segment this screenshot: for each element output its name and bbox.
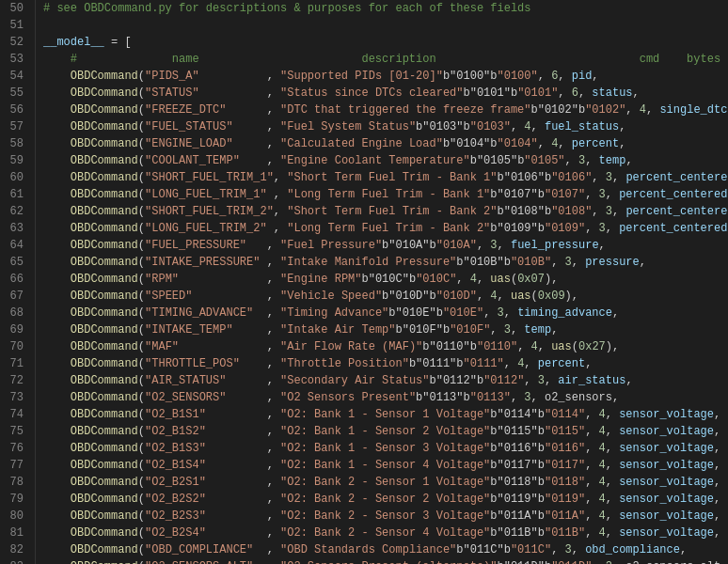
line-number: 58 [0, 135, 27, 152]
code-line: OBDCommand("RPM" , "Engine RPM"b"010C"b"… [43, 271, 728, 288]
code-line: OBDCommand("OBD_COMPLIANCE" , "OBD Stand… [43, 541, 728, 558]
code-line: OBDCommand("PIDS_A" , "Supported PIDs [0… [43, 68, 728, 85]
code-line [43, 17, 728, 34]
line-number: 69 [0, 321, 27, 338]
code-line: OBDCommand("O2_B1S2" , "O2: Bank 1 - Sen… [43, 423, 728, 440]
code-line: OBDCommand("O2_SENSORS_ALT" , "O2 Sensor… [43, 558, 728, 564]
code-line: OBDCommand("LONG_FUEL_TRIM_2" , "Long Te… [43, 220, 728, 237]
line-number: 83 [0, 558, 27, 564]
line-number: 76 [0, 440, 27, 457]
line-number: 79 [0, 491, 27, 508]
line-number: 57 [0, 118, 27, 135]
line-number: 73 [0, 389, 27, 406]
code-line: # name description cmd bytes decoder [43, 51, 728, 68]
line-number: 64 [0, 237, 27, 254]
code-line: OBDCommand("FUEL_STATUS" , "Fuel System … [43, 118, 728, 135]
code-line: OBDCommand("TIMING_ADVANCE" , "Timing Ad… [43, 305, 728, 321]
code-line: OBDCommand("SHORT_FUEL_TRIM_2", "Short T… [43, 203, 728, 220]
line-number: 77 [0, 457, 27, 474]
code-line: OBDCommand("SPEED" , "Vehicle Speed"b"01… [43, 288, 728, 305]
code-line: OBDCommand("O2_B2S4" , "O2: Bank 2 - Sen… [43, 525, 728, 541]
line-number: 56 [0, 102, 27, 118]
line-number: 81 [0, 525, 27, 541]
code-line: OBDCommand("COOLANT_TEMP" , "Engine Cool… [43, 152, 728, 169]
code-line: OBDCommand("INTAKE_TEMP" , "Intake Air T… [43, 321, 728, 338]
line-number: 75 [0, 423, 27, 440]
code-line: OBDCommand("STATUS" , "Status since DTCs… [43, 85, 728, 102]
line-number: 70 [0, 338, 27, 355]
code-line: OBDCommand("THROTTLE_POS" , "Throttle Po… [43, 355, 728, 372]
code-line: OBDCommand("O2_B2S1" , "O2: Bank 2 - Sen… [43, 474, 728, 491]
line-number: 80 [0, 508, 27, 525]
code-line: OBDCommand("O2_SENSORS" , "O2 Sensors Pr… [43, 389, 728, 406]
code-line: __model__ = [ [43, 34, 728, 51]
line-number: 50 [0, 0, 27, 17]
line-number: 59 [0, 152, 27, 169]
code-line: OBDCommand("SHORT_FUEL_TRIM_1", "Short T… [43, 169, 728, 186]
line-number: 65 [0, 254, 27, 271]
code-area[interactable]: # see OBDCommand.py for descriptions & p… [36, 0, 728, 564]
line-number-gutter: 5051525354555657585960616263646566676869… [0, 0, 36, 564]
line-number: 78 [0, 474, 27, 491]
code-line: OBDCommand("FUEL_PRESSURE" , "Fuel Press… [43, 237, 728, 254]
line-number: 55 [0, 85, 27, 102]
code-line: OBDCommand("INTAKE_PRESSURE" , "Intake M… [43, 254, 728, 271]
line-number: 63 [0, 220, 27, 237]
code-editor: 5051525354555657585960616263646566676869… [0, 0, 728, 564]
line-number: 51 [0, 17, 27, 34]
code-line: OBDCommand("O2_B1S4" , "O2: Bank 1 - Sen… [43, 457, 728, 474]
code-line: OBDCommand("AIR_STATUS" , "Secondary Air… [43, 372, 728, 389]
line-number: 54 [0, 68, 27, 85]
line-number: 62 [0, 203, 27, 220]
line-number: 53 [0, 51, 27, 68]
line-number: 66 [0, 271, 27, 288]
line-number: 60 [0, 169, 27, 186]
code-line: # see OBDCommand.py for descriptions & p… [43, 0, 728, 17]
code-line: OBDCommand("O2_B1S3" , "O2: Bank 1 - Sen… [43, 440, 728, 457]
line-number: 74 [0, 406, 27, 423]
code-line: OBDCommand("O2_B1S1" , "O2: Bank 1 - Sen… [43, 406, 728, 423]
line-number: 68 [0, 305, 27, 321]
code-line: OBDCommand("LONG_FUEL_TRIM_1" , "Long Te… [43, 186, 728, 203]
line-number: 82 [0, 541, 27, 558]
line-number: 52 [0, 34, 27, 51]
line-number: 67 [0, 288, 27, 305]
line-number: 72 [0, 372, 27, 389]
code-line: OBDCommand("FREEZE_DTC" , "DTC that trig… [43, 102, 728, 118]
line-number: 71 [0, 355, 27, 372]
code-line: OBDCommand("O2_B2S3" , "O2: Bank 2 - Sen… [43, 508, 728, 525]
code-line: OBDCommand("O2_B2S2" , "O2: Bank 2 - Sen… [43, 491, 728, 508]
code-line: OBDCommand("MAF" , "Air Flow Rate (MAF)"… [43, 338, 728, 355]
line-number: 61 [0, 186, 27, 203]
code-line: OBDCommand("ENGINE_LOAD" , "Calculated E… [43, 135, 728, 152]
